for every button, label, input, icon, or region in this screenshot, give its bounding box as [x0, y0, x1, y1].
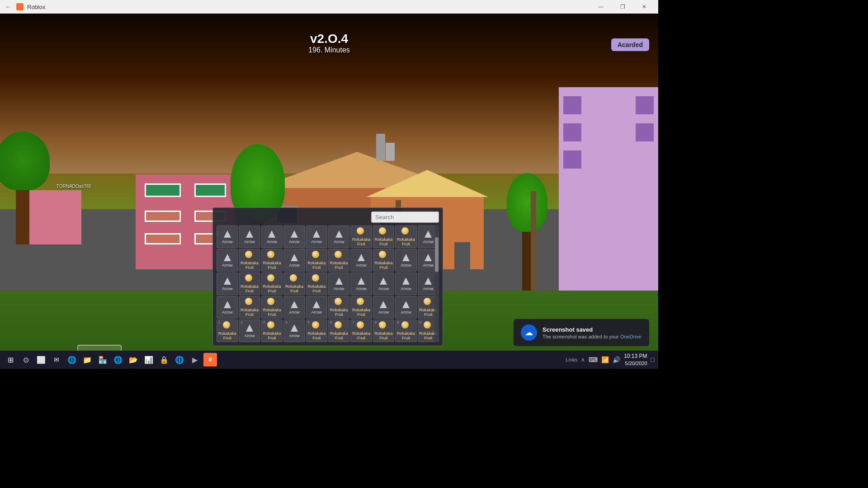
notification-link[interactable]: OneDrive	[620, 334, 641, 339]
maximize-button[interactable]: ❐	[612, 0, 633, 14]
inventory-cell[interactable]: Arrow	[217, 225, 238, 248]
notification-content: Screenshot saved The screenshot was adde…	[542, 326, 641, 339]
inventory-cell[interactable]: Arrow	[350, 249, 372, 272]
inventory-cell[interactable]: Rokakaka Fruit	[261, 272, 283, 295]
inventory-cell[interactable]: Arrow	[283, 249, 305, 272]
store-icon[interactable]: 🏪	[96, 353, 109, 366]
files-icon[interactable]: 📂	[127, 353, 140, 366]
item-label: Rokakaka Fruit	[307, 261, 326, 270]
inventory-cell[interactable]: Rokakaka Fruit	[328, 296, 349, 319]
mail-icon[interactable]: ✉	[50, 353, 63, 366]
inventory-cell[interactable]: Arrow	[261, 225, 283, 248]
inventory-cell[interactable]: Rokakaka Fruit	[395, 225, 416, 248]
inventory-cell[interactable]: Rokakaka Fruit	[239, 249, 260, 272]
edge-icon[interactable]: 🌐	[65, 353, 79, 366]
inventory-cell[interactable]: Arrow	[395, 296, 416, 319]
item-label: Rokakaka Fruit	[241, 261, 259, 270]
fruit-icon	[424, 298, 431, 305]
powerpoint-icon[interactable]: 📊	[142, 353, 156, 366]
fruit-icon	[245, 298, 252, 305]
arrow-item-icon	[335, 230, 344, 239]
chrome-icon[interactable]: 🌐	[173, 353, 186, 366]
back-icon: ←	[5, 3, 11, 10]
item-label: Rokakaka Fruit	[374, 261, 392, 270]
inventory-cell[interactable]: Arrow	[283, 225, 305, 248]
inventory-cell[interactable]: 9Rokakaka Fruit	[395, 319, 416, 342]
fruit-item-icon	[424, 298, 433, 307]
arrow-icon	[335, 277, 343, 285]
inventory-cell[interactable]: Rokakaka Fruit	[283, 272, 305, 295]
inventory-cell[interactable]: Arrow	[217, 296, 238, 319]
inventory-cell[interactable]: 3Rokakaka Fruit	[261, 319, 283, 342]
fruit-icon	[267, 321, 274, 328]
notification-title: Screenshot saved	[542, 326, 641, 333]
item-label: Arrow	[378, 310, 389, 314]
inventory-cell[interactable]: Arrow	[306, 225, 327, 248]
action-center-icon[interactable]: □	[651, 356, 655, 363]
keyboard-icon: ⌨	[589, 356, 598, 363]
inventory-cell[interactable]: Arrow	[350, 272, 372, 295]
inventory-cell[interactable]: Arrow	[306, 296, 327, 319]
scroll-area[interactable]	[434, 225, 439, 342]
file-explorer-icon[interactable]: 📁	[80, 353, 94, 366]
inventory-cell[interactable]: Rokakaka Fruit	[306, 272, 327, 295]
inventory-cell[interactable]: Rokakaka Fruit	[328, 249, 349, 272]
minimize-button[interactable]: —	[590, 0, 611, 14]
window-controls: — ❐ ✕	[590, 0, 655, 14]
close-button[interactable]: ✕	[634, 0, 655, 14]
inventory-cell[interactable]: Rokakaka Fruit	[373, 249, 394, 272]
tree-right	[509, 173, 545, 291]
inventory-cell[interactable]: 7Rokakaka Fruit	[350, 319, 372, 342]
inventory-cell[interactable]: Arrow	[328, 272, 349, 295]
inventory-cell[interactable]: Rokakaka Fruit	[261, 296, 283, 319]
back-button[interactable]: ←	[4, 2, 13, 11]
task-view-button[interactable]: ⬜	[34, 353, 48, 366]
arrow-item-icon	[290, 300, 299, 309]
arrow-icon	[402, 254, 410, 261]
arrow-icon	[246, 230, 253, 238]
inventory-cell[interactable]: Arrow	[283, 296, 305, 319]
window-title: Roblox	[27, 4, 45, 10]
browser-icon[interactable]: 🌐	[111, 353, 125, 366]
inventory-cell[interactable]: Arrow	[239, 225, 260, 248]
inventory-cell[interactable]: 8Rokakaka Fruit	[373, 319, 394, 342]
inventory-cell[interactable]: 6Rokakaka Fruit	[328, 319, 349, 342]
inventory-cell[interactable]: Rokakaka Fruit	[239, 296, 260, 319]
inventory-cell[interactable]: Arrow	[373, 272, 394, 295]
inventory-cell[interactable]: Arrow	[217, 272, 238, 295]
fruit-icon	[335, 321, 342, 328]
fruit-item-icon	[290, 274, 299, 283]
inventory-cell[interactable]: 1Rokakaka Fruit	[217, 319, 238, 342]
notification-area: ∧	[581, 357, 585, 363]
inventory-cell[interactable]: Rokakaka Fruit	[261, 249, 283, 272]
fruit-item-icon	[267, 298, 276, 307]
item-label: Arrow	[334, 286, 344, 291]
fruit-item-icon	[357, 321, 366, 330]
inventory-cell[interactable]: Rokakaka Fruit	[239, 272, 260, 295]
arrow-icon	[246, 324, 253, 332]
arrow-icon	[425, 254, 432, 261]
start-button[interactable]: ⊞	[4, 353, 17, 366]
item-label: Arrow	[334, 239, 344, 244]
inventory-cell[interactable]: Rokakaka Fruit	[306, 249, 327, 272]
roblox-taskbar-icon[interactable]: R	[203, 353, 217, 366]
inventory-cell[interactable]: Arrow	[395, 249, 416, 272]
search-button[interactable]: ⊙	[19, 353, 33, 366]
inventory-cell[interactable]: Rokakaka Fruit	[350, 225, 372, 248]
inventory-cell[interactable]: Arrow	[395, 272, 416, 295]
inventory-cell[interactable]: Rokakaka Fruit	[350, 296, 372, 319]
inventory-cell[interactable]: 4Arrow	[283, 319, 305, 342]
inventory-cell[interactable]: Rokakaka Fruit	[373, 225, 394, 248]
media-icon[interactable]: ▶	[188, 353, 202, 366]
arrow-icon	[224, 277, 231, 285]
item-label: Arrow	[356, 286, 367, 291]
inventory-cell[interactable]: Arrow	[373, 296, 394, 319]
inventory-cell[interactable]: 2Arrow	[239, 319, 260, 342]
search-input[interactable]	[371, 211, 439, 223]
item-label: Arrow	[401, 310, 411, 314]
inventory-cell[interactable]: 5Rokakaka Fruit	[306, 319, 327, 342]
cell-number: 1	[218, 320, 220, 324]
inventory-cell[interactable]: Arrow	[217, 249, 238, 272]
lock-icon[interactable]: 🔒	[157, 353, 171, 366]
inventory-cell[interactable]: Arrow	[328, 225, 349, 248]
